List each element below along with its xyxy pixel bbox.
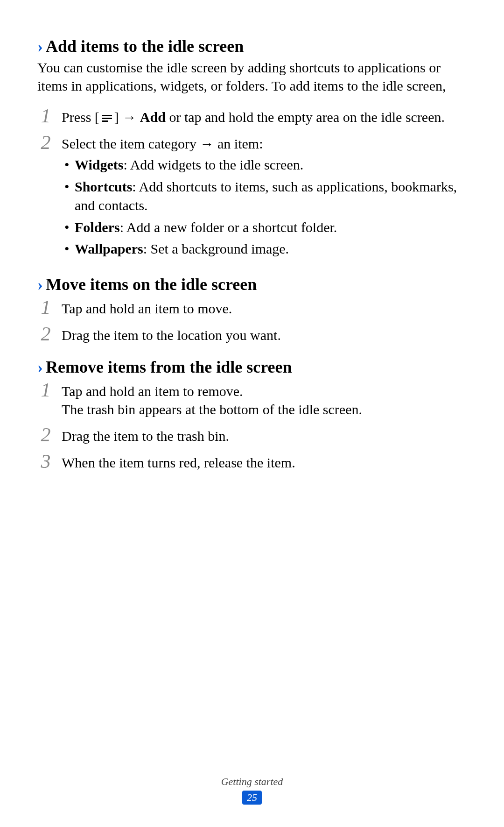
step-number: 2 — [38, 132, 53, 152]
text-fragment: Press [ — [62, 109, 99, 125]
menu-icon — [100, 114, 113, 123]
list-item: Widgets: Add widgets to the idle screen. — [62, 156, 467, 175]
chevron-right-icon: › — [37, 275, 43, 295]
move-step-1: 1 Tap and hold an item to move. — [37, 297, 467, 318]
step-text: Tap and hold an item to remove. The tras… — [62, 379, 467, 418]
bullet-label: Widgets — [75, 157, 123, 172]
bullet-label: Shortcuts — [75, 179, 132, 194]
bullet-label: Folders — [75, 219, 120, 235]
item-category-list: Widgets: Add widgets to the idle screen.… — [62, 156, 467, 259]
remove-step-2: 2 Drag the item to the trash bin. — [37, 424, 467, 445]
text-fragment: Select the item category → an item: — [62, 136, 263, 151]
text-bold: Add — [140, 109, 166, 125]
step-number: 1 — [38, 297, 53, 317]
step-text: Drag the item to the trash bin. — [62, 424, 467, 445]
list-item: Wallpapers: Set a background image. — [62, 240, 467, 259]
step-number: 2 — [38, 424, 53, 445]
heading-move-items: › Move items on the idle screen — [37, 275, 467, 295]
heading-text: Move items on the idle screen — [46, 275, 257, 295]
step-text: Tap and hold an item to move. — [62, 297, 467, 318]
step-number: 1 — [38, 105, 53, 126]
remove-step-3: 3 When the item turns red, release the i… — [37, 451, 467, 472]
text-line: The trash bin appears at the bottom of t… — [62, 402, 362, 417]
step-number: 1 — [38, 379, 53, 400]
move-step-2: 2 Drag the item to the location you want… — [37, 323, 467, 344]
step-number: 2 — [38, 323, 53, 344]
bullet-text: : Add a new folder or a shortcut folder. — [120, 219, 337, 235]
step-text: Press [] → Add or tap and hold the empty… — [62, 105, 467, 126]
bullet-text: : Set a background image. — [143, 241, 289, 256]
page-number-badge: 25 — [242, 791, 262, 805]
step-number: 3 — [38, 451, 53, 471]
heading-text: Add items to the idle screen — [46, 36, 244, 57]
chevron-right-icon: › — [37, 357, 43, 377]
text-fragment: or tap and hold the empty area on the id… — [166, 109, 445, 125]
heading-remove-items: › Remove items from the idle screen — [37, 357, 467, 377]
text-line: Tap and hold an item to remove. — [62, 383, 243, 399]
step-text: Drag the item to the location you want. — [62, 323, 467, 344]
remove-step-1: 1 Tap and hold an item to remove. The tr… — [37, 379, 467, 418]
add-step-2: 2 Select the item category → an item: Wi… — [37, 132, 467, 262]
step-text: Select the item category → an item: Widg… — [62, 132, 467, 262]
add-intro: You can customise the idle screen by add… — [37, 58, 467, 95]
bullet-label: Wallpapers — [75, 241, 143, 256]
add-step-1: 1 Press [] → Add or tap and hold the emp… — [37, 105, 467, 126]
list-item: Folders: Add a new folder or a shortcut … — [62, 218, 467, 237]
bullet-text: : Add shortcuts to items, such as applic… — [75, 179, 457, 213]
heading-add-items: › Add items to the idle screen — [37, 36, 467, 57]
text-fragment: ] → — [114, 109, 140, 125]
chevron-right-icon: › — [37, 36, 43, 57]
list-item: Shortcuts: Add shortcuts to items, such … — [62, 177, 467, 215]
step-text: When the item turns red, release the ite… — [62, 451, 467, 472]
bullet-text: : Add widgets to the idle screen. — [123, 157, 303, 172]
footer-section-label: Getting started — [0, 776, 504, 788]
page-footer: Getting started 25 — [0, 776, 504, 805]
heading-text: Remove items from the idle screen — [46, 357, 292, 377]
